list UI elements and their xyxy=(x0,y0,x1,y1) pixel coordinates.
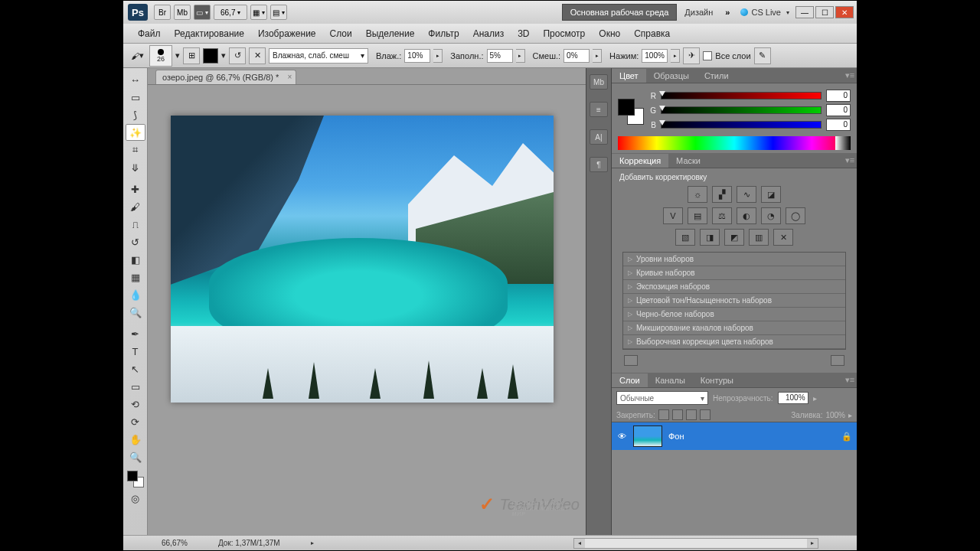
tab-swatches[interactable]: Образцы xyxy=(646,69,697,83)
gradient-tool[interactable]: ▦ xyxy=(126,269,145,285)
tablet-pressure-btn[interactable]: ✎ xyxy=(754,47,771,64)
tab-channels[interactable]: Каналы xyxy=(648,373,693,387)
clean-brush-btn[interactable]: ✕ xyxy=(249,47,266,64)
b-slider[interactable] xyxy=(661,121,822,129)
tab-masks[interactable]: Маски xyxy=(668,154,708,168)
character-panel-icon[interactable]: A| xyxy=(590,129,608,145)
extras-btn[interactable]: ▤▾ xyxy=(270,5,287,20)
brightness-icon[interactable]: ☼ xyxy=(688,186,707,203)
menu-analysis[interactable]: Анализ xyxy=(466,26,511,41)
path-select-tool[interactable]: ↖ xyxy=(126,360,145,377)
gradient-map-icon[interactable]: ▥ xyxy=(749,229,769,246)
maximize-btn[interactable]: ☐ xyxy=(815,6,834,18)
panel-color-picker[interactable] xyxy=(618,99,644,125)
crop-tool[interactable]: ⌗ xyxy=(126,142,145,158)
tab-adjustments[interactable]: Коррекция xyxy=(612,154,668,168)
history-panel-icon[interactable]: ≡ xyxy=(590,102,608,117)
preset-item[interactable]: Уровни наборов xyxy=(623,253,845,266)
menu-layer[interactable]: Слои xyxy=(323,26,359,41)
eyedropper-tool[interactable]: ⤋ xyxy=(126,159,145,176)
menu-help[interactable]: Справка xyxy=(627,26,677,41)
zoom-level-btn[interactable]: 66,7▾ xyxy=(214,5,247,20)
status-docsize[interactable]: Док: 1,37M/1,37M xyxy=(218,539,280,547)
menu-3d[interactable]: 3D xyxy=(511,26,536,41)
load-brush-btn[interactable]: ↺ xyxy=(229,47,246,64)
preset-item[interactable]: Черно-белое наборов xyxy=(623,308,845,321)
bridge-btn[interactable]: Br xyxy=(154,5,171,20)
invert-icon[interactable]: ▧ xyxy=(675,229,695,246)
arrange-btn[interactable]: ▦▾ xyxy=(250,5,267,20)
close-btn[interactable]: ✕ xyxy=(835,6,854,18)
vibrance-icon[interactable]: V xyxy=(663,207,683,224)
lasso-tool[interactable]: ⟆ xyxy=(126,106,145,123)
marquee-tool[interactable]: ▭ xyxy=(126,89,145,106)
design-workspace-btn[interactable]: Дизайн xyxy=(677,4,720,21)
opacity-input[interactable]: 100% xyxy=(778,392,808,404)
more-workspaces-btn[interactable]: » xyxy=(720,8,734,17)
3d-tool[interactable]: ⟲ xyxy=(126,396,145,412)
preset-item[interactable]: Выборочная коррекция цвета наборов xyxy=(623,335,845,349)
blur-tool[interactable]: 💧 xyxy=(126,286,145,303)
lock-all-icon[interactable] xyxy=(700,409,710,420)
layer-row[interactable]: 👁 Фон 🔒 xyxy=(612,422,857,450)
tab-color[interactable]: Цвет xyxy=(612,69,646,83)
canvas[interactable] xyxy=(171,116,554,403)
adjustments-clip-icon[interactable] xyxy=(831,355,844,366)
mix-input[interactable]: 0% xyxy=(564,49,590,63)
minimize-btn[interactable]: — xyxy=(795,6,814,18)
screen-mode-btn[interactable]: ▭▾ xyxy=(194,5,211,20)
paragraph-panel-icon[interactable]: ¶ xyxy=(590,157,608,172)
workspace-btn[interactable]: Основная рабочая среда xyxy=(562,4,678,21)
layer-thumbnail[interactable] xyxy=(633,425,662,447)
mixer-mode-select[interactable]: Влажная, слаб. смеш▾ xyxy=(269,48,368,64)
fill-input[interactable]: 100% xyxy=(825,411,845,419)
r-slider[interactable] xyxy=(661,92,822,99)
hand-tool[interactable]: ✋ xyxy=(126,431,145,448)
dodge-tool[interactable]: 🔍 xyxy=(126,304,145,321)
preset-item[interactable]: Микширование каналов наборов xyxy=(623,321,845,335)
lock-transparency-icon[interactable] xyxy=(658,409,669,420)
blend-mode-select[interactable]: Обычные▾ xyxy=(616,391,708,405)
adjustments-panel-menu-icon[interactable]: ▾≡ xyxy=(843,155,857,165)
brush-tool[interactable]: 🖌 xyxy=(126,198,145,215)
tab-close-icon[interactable]: × xyxy=(287,73,292,81)
all-layers-checkbox[interactable] xyxy=(703,51,712,60)
preset-item[interactable]: Экспозиция наборов xyxy=(623,280,845,294)
quick-select-tool[interactable]: ✨ xyxy=(126,124,145,141)
menu-image[interactable]: Изображение xyxy=(251,26,323,41)
color-picker[interactable] xyxy=(126,469,145,489)
tool-preset-icon[interactable]: 🖌▾ xyxy=(128,48,146,64)
g-value[interactable]: 0 xyxy=(826,104,851,116)
pen-tool[interactable]: ✒ xyxy=(126,325,145,342)
menu-view[interactable]: Просмотр xyxy=(536,26,592,41)
tab-paths[interactable]: Контуры xyxy=(693,373,741,387)
r-value[interactable]: 0 xyxy=(826,90,851,102)
brush-panel-toggle[interactable]: ⊞ xyxy=(183,47,200,64)
hue-sat-icon[interactable]: ▤ xyxy=(688,207,707,224)
adjustments-expand-icon[interactable] xyxy=(624,355,638,366)
lock-pixels-icon[interactable] xyxy=(672,409,683,420)
tab-layers[interactable]: Слои xyxy=(612,373,648,387)
levels-icon[interactable]: ▞ xyxy=(712,186,732,203)
cslive-btn[interactable]: CS Live▾ xyxy=(734,8,795,17)
g-slider[interactable] xyxy=(661,106,822,114)
quick-mask-btn[interactable]: ◎ xyxy=(126,490,145,507)
menu-file[interactable]: Файл xyxy=(131,26,168,41)
selective-color-icon[interactable]: ✕ xyxy=(773,229,793,246)
status-zoom[interactable]: 66,67% xyxy=(162,539,188,547)
layers-panel-menu-icon[interactable]: ▾≡ xyxy=(843,375,857,385)
preset-item[interactable]: Кривые наборов xyxy=(623,266,845,280)
menu-edit[interactable]: Редактирование xyxy=(168,26,251,41)
minibridge-btn[interactable]: Mb xyxy=(174,5,191,20)
exposure-icon[interactable]: ◪ xyxy=(761,186,781,203)
tab-styles[interactable]: Стили xyxy=(697,69,737,83)
load-input[interactable]: 5% xyxy=(487,49,513,63)
eraser-tool[interactable]: ◧ xyxy=(126,251,145,268)
lock-position-icon[interactable] xyxy=(686,409,697,420)
preset-item[interactable]: Цветовой тон/Насыщенность наборов xyxy=(623,294,845,308)
horizontal-scrollbar[interactable]: ◂▸ xyxy=(573,538,818,549)
history-brush-tool[interactable]: ↺ xyxy=(126,233,145,250)
load-color-swatch[interactable] xyxy=(203,48,218,64)
wet-input[interactable]: 10% xyxy=(404,49,430,63)
type-tool[interactable]: T xyxy=(126,343,145,360)
